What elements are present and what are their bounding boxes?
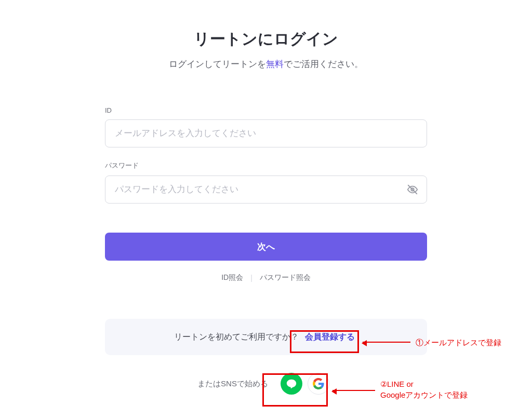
signup-bar: リートンを初めてご利用ですか？ 会員登録する (105, 319, 427, 355)
subtitle-accent: 無料 (266, 59, 284, 69)
sns-icons (275, 370, 335, 398)
google-icon (313, 378, 324, 389)
login-form: ID パスワード 次へ ID照会 | パスワード照会 リートンを初めてご利用です… (105, 106, 427, 398)
id-label: ID (105, 106, 427, 114)
help-links: ID照会 | パスワード照会 (105, 273, 427, 282)
signup-prompt: リートンを初めてご利用ですか？ (174, 332, 299, 343)
id-lookup-link[interactable]: ID照会 (221, 273, 243, 282)
annotation-text-1: ①メールアドレスで登録 (416, 337, 501, 348)
subtitle-pre: ログインしてリートンを (169, 59, 266, 69)
id-input-wrap (105, 119, 427, 147)
password-input[interactable] (105, 175, 427, 204)
password-input-wrap (105, 175, 427, 204)
subtitle-post: でご活用ください。 (284, 59, 363, 69)
password-lookup-link[interactable]: パスワード照会 (260, 273, 311, 282)
sns-row: またはSNSで始める (105, 370, 427, 398)
line-login-button[interactable] (281, 373, 302, 395)
page-title: リートンにログイン (105, 29, 427, 50)
password-label: パスワード (105, 161, 427, 170)
line-icon (286, 378, 297, 389)
signup-link[interactable]: 会員登録する (302, 330, 358, 345)
next-button[interactable]: 次へ (105, 233, 427, 261)
toggle-password-visibility-button[interactable] (404, 181, 421, 198)
google-login-button[interactable] (308, 373, 329, 395)
eye-off-icon (407, 184, 418, 195)
sns-label: またはSNSで始める (197, 379, 268, 389)
id-input[interactable] (105, 119, 427, 147)
page-subtitle: ログインしてリートンを無料でご活用ください。 (105, 58, 427, 70)
separator: | (250, 274, 252, 282)
